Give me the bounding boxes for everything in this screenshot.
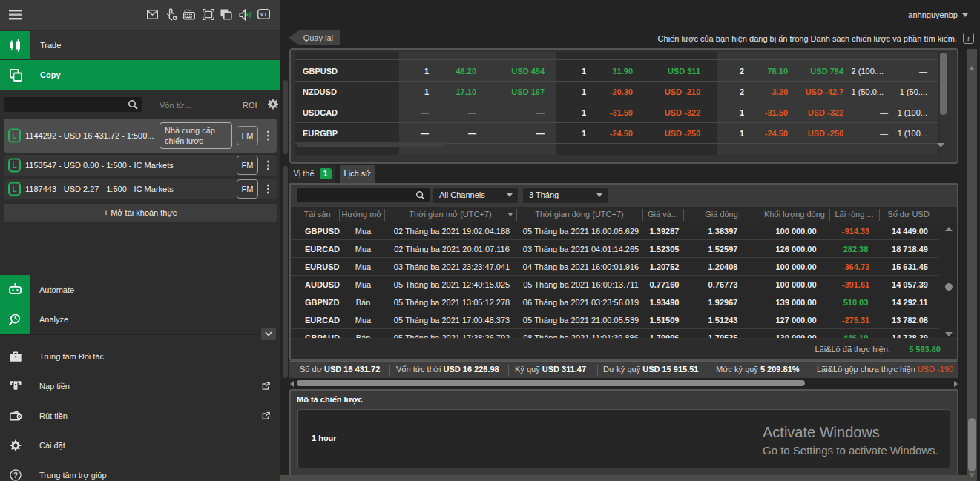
svg-text:VI: VI (260, 11, 268, 18)
svg-text:?: ? (13, 471, 18, 480)
